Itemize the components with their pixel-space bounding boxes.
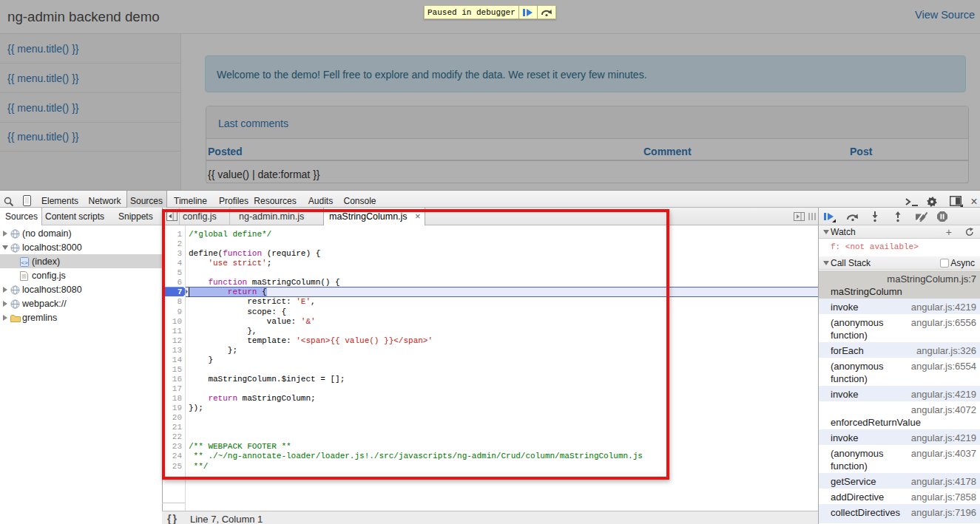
svg-text:<>: <> [21, 259, 28, 266]
